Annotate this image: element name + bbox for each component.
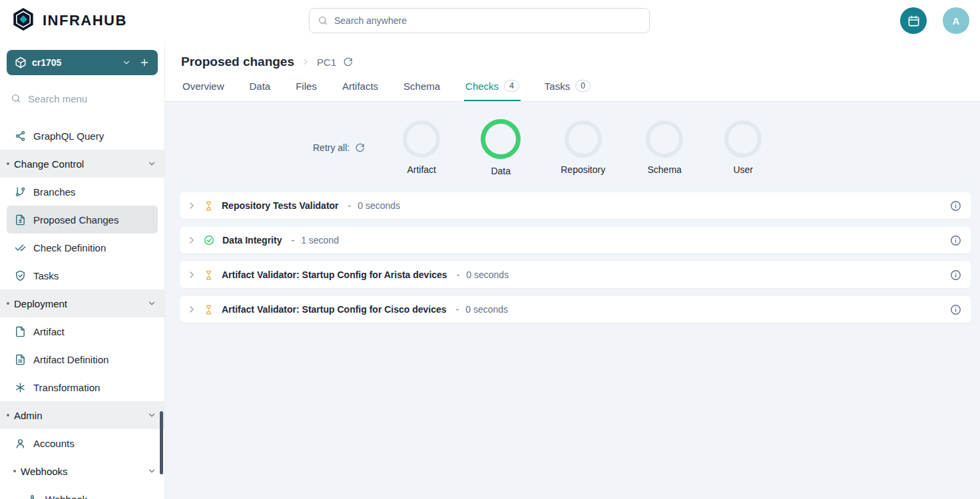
branch-name: cr1705: [32, 57, 117, 68]
chevron-right-icon[interactable]: [186, 304, 197, 315]
validator-ring[interactable]: [565, 120, 602, 158]
retry-all-button[interactable]: Retry all:: [313, 142, 365, 153]
check-duration: 0 seconds: [358, 200, 400, 211]
branch-icon: [15, 57, 27, 69]
sidebar-item-proposed-changes[interactable]: Proposed Changes: [7, 206, 158, 234]
validator-ring[interactable]: [403, 120, 440, 158]
validator-label: User: [733, 164, 753, 175]
sidebar-section-change-control[interactable]: Change Control: [0, 150, 164, 178]
menu-search[interactable]: [0, 84, 164, 112]
validator-user[interactable]: User: [724, 120, 762, 175]
sidebar-item-artifact-definition[interactable]: Artifact Definition: [7, 345, 158, 373]
tab-tasks[interactable]: Tasks 0: [543, 77, 592, 101]
info-icon[interactable]: [950, 304, 961, 315]
check-separator: -: [456, 304, 459, 315]
tab-artifacts[interactable]: Artifacts: [341, 77, 379, 101]
artifact-definition-icon: [15, 354, 26, 365]
tab-checks[interactable]: Checks 4: [464, 77, 521, 101]
artifact-icon: [15, 326, 26, 337]
tab-data[interactable]: Data: [248, 77, 272, 101]
topbar: INFRAHUB A: [0, 0, 980, 41]
check-title: Artifact Validator: Startup Config for C…: [222, 304, 447, 315]
validator-artifact[interactable]: Artifact: [402, 120, 441, 175]
tab-schema[interactable]: Schema: [402, 77, 441, 101]
sidebar-item-transformation[interactable]: Transformation: [7, 373, 158, 401]
info-icon[interactable]: [950, 269, 961, 281]
main: Proposed changes PC1 Overview Data Files…: [165, 41, 980, 499]
sidebar-item-branches[interactable]: Branches: [7, 178, 158, 206]
validator-data[interactable]: Data: [481, 119, 521, 176]
global-search-input[interactable]: [334, 15, 641, 26]
sidebar-item-label: Branches: [33, 186, 75, 198]
chevron-down-icon: [122, 58, 131, 67]
retry-all-label: Retry all:: [313, 142, 350, 153]
branch-selector[interactable]: cr1705: [7, 50, 158, 75]
add-branch-button[interactable]: [139, 57, 150, 68]
check-row-repository-tests-validator[interactable]: Repository Tests Validator - 0 seconds: [180, 192, 971, 219]
sidebar-item-accounts[interactable]: Accounts: [7, 429, 158, 457]
chevron-right-icon[interactable]: [186, 269, 197, 280]
validator-ring[interactable]: [646, 120, 683, 158]
sidebar-item-webhook[interactable]: Webhook: [7, 485, 158, 499]
tab-overview[interactable]: Overview: [181, 77, 226, 101]
check-title: Repository Tests Validator: [222, 200, 339, 211]
graphql-icon: [15, 130, 26, 142]
sidebar-item-graphql-query[interactable]: GraphQL Query: [7, 122, 158, 150]
check-row-artifact-validator-startup-config-for-arista-devices[interactable]: Artifact Validator: Startup Config for A…: [180, 261, 971, 288]
breadcrumb-item[interactable]: PC1: [317, 57, 336, 68]
menu-search-input[interactable]: [28, 93, 160, 104]
validator-schema[interactable]: Schema: [645, 120, 684, 175]
chevron-right-icon[interactable]: [186, 235, 197, 246]
sidebar-section-label: Change Control: [14, 158, 142, 170]
circle-check-icon: [204, 235, 214, 246]
chevron-down-icon: [147, 466, 156, 476]
info-icon[interactable]: [950, 235, 961, 246]
validator-ring[interactable]: [724, 120, 762, 158]
sidebar-scrollbar-thumb[interactable]: [160, 411, 163, 474]
sidebar-item-tasks[interactable]: Tasks: [7, 261, 158, 289]
sidebar-menu: GraphQL Query Change Control Branches Pr…: [0, 112, 164, 499]
tasks-icon: [15, 270, 26, 281]
webhook-icon: [27, 494, 38, 499]
check-row-data-integrity[interactable]: Data Integrity - 1 second: [180, 227, 971, 253]
sidebar-item-artifact[interactable]: Artifact: [7, 317, 158, 345]
infrahub-logo-icon: [11, 7, 36, 35]
time-travel-button[interactable]: [900, 7, 927, 34]
refresh-icon[interactable]: [343, 57, 353, 67]
infrahub-logo[interactable]: INFRAHUB: [11, 7, 165, 35]
check-title: Artifact Validator: Startup Config for A…: [222, 269, 447, 280]
check-duration: 1 second: [301, 235, 339, 246]
sidebar-item-label: Proposed Changes: [33, 214, 119, 226]
validator-label: Schema: [647, 164, 681, 175]
brand-name: INFRAHUB: [43, 12, 127, 29]
tab-badge: 4: [504, 80, 519, 92]
global-search[interactable]: [309, 8, 650, 33]
chevron-right-icon[interactable]: [186, 200, 197, 211]
sidebar-item-label: Artifact Definition: [33, 354, 109, 365]
chevron-down-icon: [147, 299, 156, 308]
search-icon: [11, 93, 21, 104]
bullet-icon: [7, 162, 9, 165]
sidebar-section-deployment[interactable]: Deployment: [0, 289, 164, 317]
sidebar-section-webhooks[interactable]: Webhooks: [0, 457, 164, 485]
check-duration: 0 seconds: [466, 269, 509, 280]
validator-repository[interactable]: Repository: [561, 120, 605, 175]
tab-files[interactable]: Files: [294, 77, 318, 101]
sidebar-section-admin[interactable]: Admin: [0, 401, 164, 429]
validator-ring[interactable]: [481, 119, 521, 159]
avatar[interactable]: A: [943, 7, 969, 34]
info-icon[interactable]: [950, 200, 961, 212]
chevron-down-icon: [147, 159, 156, 168]
sidebar-item-check-definition[interactable]: Check Definition: [7, 234, 158, 261]
sidebar: cr1705 GraphQL Query Change Control Bran…: [0, 41, 165, 499]
sidebar-item-label: Artifact: [33, 326, 65, 337]
transformation-icon: [15, 382, 26, 393]
check-row-artifact-validator-startup-config-for-cisco-devices[interactable]: Artifact Validator: Startup Config for C…: [180, 296, 971, 323]
check-list: Repository Tests Validator - 0 seconds D…: [165, 192, 980, 323]
sidebar-section-label: Webhooks: [21, 466, 142, 477]
sidebar-item-label: Webhook: [45, 494, 87, 499]
check-separator: -: [348, 200, 352, 211]
validator-label: Repository: [561, 164, 605, 175]
page-header: Proposed changes PC1 Overview Data Files…: [165, 41, 980, 102]
sidebar-item-label: Check Definition: [33, 242, 106, 253]
